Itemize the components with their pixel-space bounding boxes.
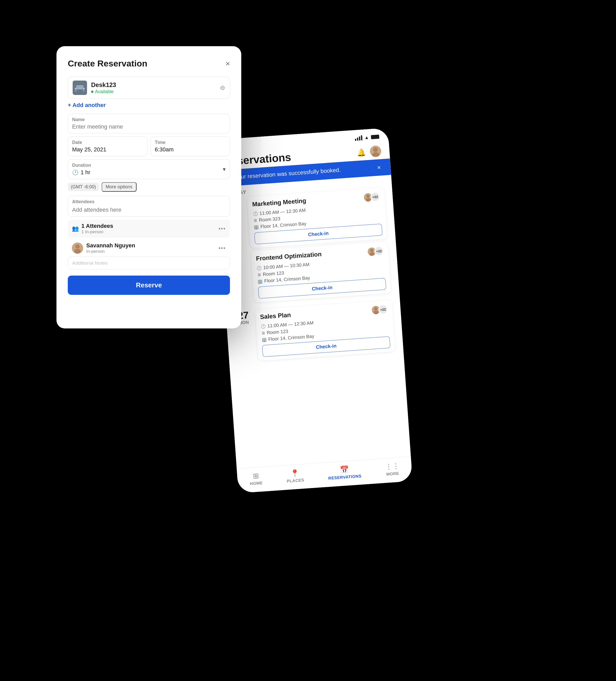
res-title-sales: Sales Plan (260, 311, 291, 321)
attendees-count-left: 👥 1 Attendees 1 In-person (72, 223, 113, 234)
success-banner-text: Your reservation was successfully booked… (234, 164, 373, 181)
battery-icon (371, 134, 379, 139)
reservations-nav-icon: 📅 (340, 465, 349, 474)
attendee-menu-button-savannah[interactable]: ••• (218, 245, 226, 251)
name-field: Name (68, 114, 230, 133)
clock-icon-frontend: 🕐 (256, 266, 262, 271)
svg-point-14 (74, 249, 81, 253)
attendees-input[interactable] (72, 206, 226, 213)
header-icons: 🔔 (356, 145, 382, 158)
time-field-label: Time (155, 140, 226, 145)
res-title-frontend: Frontend Optimization (256, 250, 322, 262)
attendees-count-text: 1 Attendees (81, 223, 113, 229)
desk-status: Available (91, 89, 216, 95)
reservation-card-sales: Sales Plan +22 🕐 11:00 AM — 12:30 AM (255, 300, 395, 361)
nav-reservations-label: RESERVATIONS (328, 474, 362, 481)
modal-header: Create Reservation × (68, 58, 230, 69)
svg-point-3 (366, 198, 371, 202)
nav-home-label: HOME (250, 481, 263, 486)
date-field-label: Date (72, 140, 143, 145)
time-value[interactable]: 6:30am (155, 146, 226, 153)
modal-close-button[interactable]: × (225, 60, 230, 68)
duration-chevron-icon: ▾ (223, 166, 226, 173)
reservation-card-frontend: Frontend Optimization +22 🕐 10:00 AM — 1… (251, 242, 391, 303)
reservations-content: Today 7 SEP MON Marketing Meeting (217, 177, 411, 469)
desk-thumbnail (73, 81, 87, 95)
day-block-27: 27 MON Sales Plan +22 (228, 298, 402, 368)
attendees-sublabel: 1 In-person (81, 229, 113, 234)
svg-point-1 (372, 152, 379, 157)
more-options-button[interactable]: More options (102, 182, 137, 192)
svg-point-6 (374, 307, 377, 310)
res-avatars-marketing: +22 (363, 192, 380, 202)
duration-value: 🕐 1 hr (72, 169, 91, 176)
svg-rect-11 (83, 89, 84, 92)
duration-label: Duration (72, 163, 91, 168)
success-banner-close-button[interactable]: × (375, 163, 383, 172)
reservations-screen: 9:41 ▲ Reservations 🔔 (214, 128, 413, 493)
duration-left: Duration 🕐 1 hr (72, 163, 91, 176)
more-nav-icon: ⋮⋮ (385, 462, 400, 471)
add-another-button[interactable]: + Add another (68, 102, 230, 108)
res-title-marketing: Marketing Meeting (252, 197, 306, 208)
day-block-sep7: 7 SEP MON Marketing Meeting + (220, 185, 398, 309)
home-nav-icon: ⊞ (252, 471, 259, 480)
cards-col-27: Sales Plan +22 🕐 11:00 AM — 12:30 AM (255, 300, 395, 364)
nav-places[interactable]: 📍 PLACES (286, 468, 304, 484)
attendees-count-row: 👥 1 Attendees 1 In-person ••• (68, 220, 230, 237)
clock-icon-marketing: 🕐 (253, 211, 258, 216)
signal-icon (355, 135, 363, 141)
nav-more[interactable]: ⋮⋮ MORE (385, 462, 400, 477)
attendees-menu-button[interactable]: ••• (218, 225, 226, 232)
date-value[interactable]: May 25, 2021 (72, 146, 143, 153)
svg-point-7 (373, 310, 379, 314)
room-icon-frontend: 🖥 (257, 272, 261, 277)
svg-point-13 (75, 245, 79, 249)
floor-icon-sales: 🏢 (262, 337, 267, 342)
res-avatars-sales: +22 (371, 305, 388, 315)
attendee-avatar-savannah (72, 243, 83, 254)
res-room-text-frontend: Room 123 (263, 271, 284, 277)
floor-icon-marketing: 🏢 (253, 225, 259, 230)
date-field: Date May 25, 2021 (68, 136, 147, 156)
duration-text: 1 hr (81, 169, 90, 176)
reserve-button[interactable]: Reserve (68, 276, 230, 295)
attendees-field: Attendees (68, 196, 230, 217)
status-icons: ▲ (355, 134, 379, 141)
res-avatars-frontend: +22 (367, 246, 384, 256)
room-icon-marketing: 🖥 (253, 218, 257, 223)
modal-title: Create Reservation (68, 58, 147, 69)
bell-icon[interactable]: 🔔 (356, 148, 366, 157)
desk-remove-button[interactable]: ⊖ (220, 84, 225, 91)
cards-col-sep7: Marketing Meeting +22 🕐 11:00 AM — 12:30… (247, 187, 391, 306)
duration-field[interactable]: Duration 🕐 1 hr ▾ (68, 159, 230, 179)
res-room-text-sales: Room 123 (267, 329, 288, 336)
desk-info: Desk123 Available (91, 81, 216, 95)
time-field: Time 6:30am (150, 136, 230, 156)
svg-point-5 (369, 252, 375, 256)
svg-rect-12 (76, 85, 83, 89)
clock-icon-sales: 🕐 (261, 324, 266, 329)
res-room-text-marketing: Room 323 (259, 216, 280, 223)
places-nav-icon: 📍 (290, 469, 300, 478)
additional-notes-field[interactable]: Additional Notes (68, 257, 230, 270)
timezone-row: (GMT -6:00) More options (68, 182, 230, 192)
attendee-info-savannah: Savannah Nguyen In-person (86, 242, 215, 254)
nav-places-label: PLACES (287, 478, 304, 484)
wifi-icon: ▲ (364, 135, 369, 141)
attendee-name-savannah: Savannah Nguyen (86, 242, 215, 249)
user-avatar[interactable] (370, 145, 382, 157)
additional-notes-label: Additional Notes (72, 260, 107, 266)
svg-point-4 (370, 249, 373, 252)
nav-reservations[interactable]: 📅 RESERVATIONS (327, 464, 362, 481)
nav-home[interactable]: ⊞ HOME (249, 471, 263, 486)
date-time-row: Date May 25, 2021 Time 6:30am (68, 136, 230, 156)
name-field-label: Name (72, 117, 226, 122)
attendee-type-savannah: In-person (86, 249, 215, 254)
desk-item: Desk123 Available ⊖ (68, 77, 230, 99)
reservation-card-marketing: Marketing Meeting +22 🕐 11:00 AM — 12:30… (247, 187, 388, 248)
room-icon-sales: 🖥 (261, 331, 265, 336)
attendees-group-icon: 👥 (72, 225, 79, 232)
desk-status-text: Available (95, 89, 114, 95)
name-input[interactable] (72, 123, 226, 130)
